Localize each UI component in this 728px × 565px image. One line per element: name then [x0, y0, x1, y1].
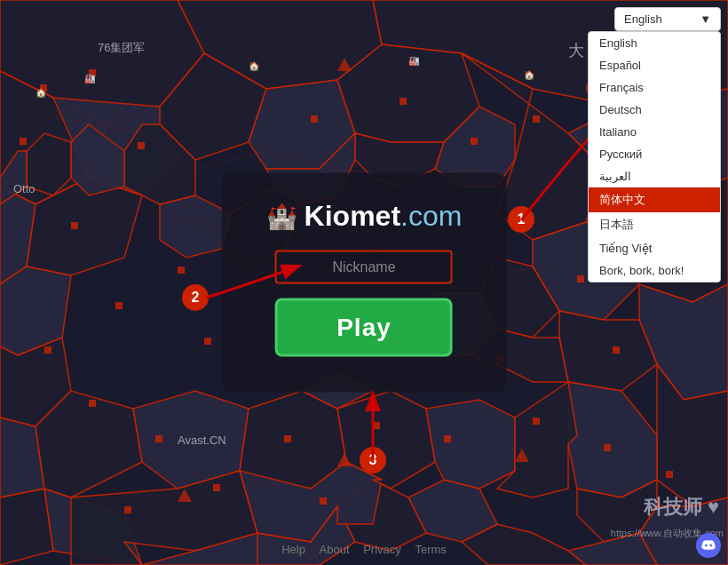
- svg-text:🏠: 🏠: [36, 87, 47, 99]
- svg-rect-94: [666, 471, 673, 478]
- svg-rect-95: [320, 497, 327, 505]
- svg-rect-85: [115, 302, 123, 309]
- language-current-label: English: [624, 12, 662, 26]
- svg-rect-92: [533, 418, 540, 425]
- svg-text:🏭: 🏭: [84, 73, 96, 84]
- lang-option-francais[interactable]: Français: [589, 76, 720, 99]
- svg-rect-80: [613, 346, 620, 354]
- title-suffix: .com: [400, 200, 462, 232]
- svg-rect-70: [71, 222, 78, 229]
- language-chevron-icon: ▼: [700, 12, 711, 26]
- svg-rect-87: [89, 400, 96, 407]
- annotation-2: 2: [182, 284, 209, 311]
- footer-link-terms[interactable]: Terms: [415, 543, 446, 556]
- game-icon: 🏰: [266, 202, 297, 231]
- svg-rect-96: [213, 484, 220, 491]
- footer-link-help[interactable]: Help: [281, 543, 305, 556]
- lang-option-arabic[interactable]: العربية: [589, 165, 720, 187]
- lang-option-deutsch[interactable]: Deutsch: [589, 99, 720, 121]
- lang-option-chinese[interactable]: 简体中文: [589, 187, 720, 212]
- annotation-3: 3: [360, 447, 386, 473]
- svg-rect-86: [44, 346, 51, 354]
- lang-option-italiano[interactable]: Italiano: [589, 121, 720, 143]
- svg-rect-93: [604, 444, 611, 451]
- lang-option-espanol[interactable]: Español: [589, 54, 720, 76]
- lang-option-vietnamese[interactable]: Tiếng Việt: [589, 237, 720, 259]
- lang-option-english[interactable]: English: [589, 32, 720, 54]
- language-select-button[interactable]: English ▼: [614, 7, 721, 31]
- lang-option-bork[interactable]: Bork, bork, bork!: [589, 259, 720, 282]
- svg-rect-84: [204, 338, 211, 345]
- svg-rect-75: [533, 115, 540, 123]
- svg-rect-71: [178, 267, 185, 274]
- svg-rect-74: [471, 138, 478, 145]
- svg-rect-91: [444, 435, 451, 442]
- discord-icon[interactable]: [696, 533, 721, 558]
- footer-link-privacy[interactable]: Privacy: [363, 543, 401, 556]
- game-map: 🏠 🏭 🏠 🏭 🏠 76集团军 大 Otto Avast.CN 🏰 Kiomet…: [0, 0, 728, 565]
- game-title: 🏰 Kiomet.com: [266, 200, 463, 233]
- play-button[interactable]: Play: [275, 298, 453, 357]
- annotation-1: 1: [508, 206, 534, 233]
- language-dropdown: English Español Français Deutsch Italian…: [588, 31, 721, 282]
- lang-option-russian[interactable]: Русский: [589, 143, 720, 165]
- svg-rect-89: [284, 435, 291, 442]
- svg-text:🏠: 🏠: [524, 69, 535, 81]
- nickname-input[interactable]: [275, 251, 453, 284]
- svg-rect-79: [577, 275, 584, 282]
- language-area: English ▼ English Español Français Deuts…: [614, 7, 721, 31]
- footer-link-about[interactable]: About: [320, 543, 350, 556]
- svg-text:🏭: 🏭: [408, 55, 420, 67]
- svg-rect-88: [155, 435, 162, 442]
- game-title-text: Kiomet.com: [305, 200, 463, 233]
- svg-rect-69: [20, 138, 27, 145]
- center-panel: 🏰 Kiomet.com Play: [222, 173, 507, 393]
- svg-rect-90: [373, 422, 380, 429]
- title-prefix: Kiomet: [305, 200, 400, 232]
- svg-rect-72: [311, 115, 318, 123]
- svg-rect-73: [400, 98, 407, 105]
- footer: Help About Privacy Terms: [0, 543, 728, 556]
- svg-rect-97: [124, 506, 131, 513]
- svg-text:🏠: 🏠: [249, 60, 260, 72]
- lang-option-japanese[interactable]: 日本語: [589, 212, 720, 237]
- svg-rect-68: [138, 142, 145, 149]
